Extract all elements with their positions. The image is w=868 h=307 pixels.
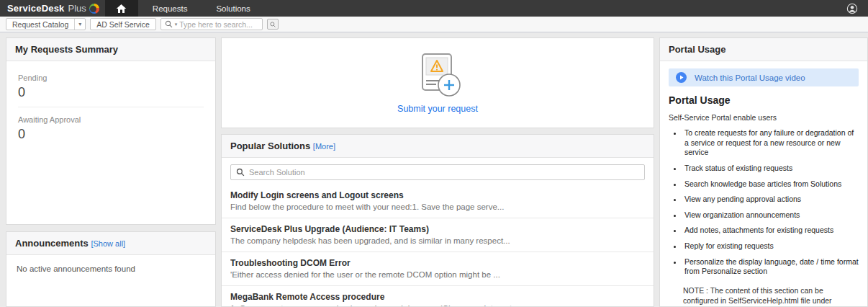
solution-search-box[interactable] [230, 164, 645, 180]
portal-usage-intro: Self-Service Portal enable users [669, 113, 859, 122]
advanced-search-icon[interactable] [267, 19, 279, 30]
topbar-spacer [265, 0, 836, 17]
solution-list: Modify Login screens and Logout screens … [222, 184, 654, 307]
pending-count[interactable]: 0 [18, 85, 204, 100]
pending-label: Pending [18, 74, 204, 82]
solution-item[interactable]: Modify Login screens and Logout screens … [222, 184, 654, 218]
watch-video-banner[interactable]: Watch this Portal Usage video [669, 68, 859, 86]
bracket: ] [333, 142, 335, 151]
global-search-box[interactable]: ▾ [161, 18, 263, 30]
secondary-toolbar: Request Catalog ▾ AD Self Service ▾ [0, 17, 868, 32]
portal-usage-body: Watch this Portal Usage video Portal Usa… [660, 61, 867, 306]
ad-self-service-button[interactable]: AD Self Service [90, 18, 156, 30]
solution-search-row [222, 158, 654, 184]
solution-desc: Find below the procedure to meet with yo… [230, 203, 645, 211]
chevron-down-icon: ▾ [74, 19, 85, 30]
portal-usage-bullet-list: To create requests for any failure or de… [669, 128, 859, 277]
announcements-panel: Announcements [Show all] No active annou… [6, 231, 216, 307]
search-icon [165, 20, 173, 28]
my-requests-summary-panel: My Requests Summary Pending 0 Awaiting A… [6, 37, 216, 225]
logo-text-light: Plus [68, 3, 86, 14]
popular-solutions-panel: Popular Solutions [More] Modify Login sc… [221, 134, 654, 307]
popular-solutions-header: Popular Solutions [More] [222, 135, 654, 158]
solution-item[interactable]: MegaBank Remote Access procedure 1. Open… [222, 286, 654, 307]
bullet-item: Personalize the display language, date /… [683, 257, 859, 277]
solution-title[interactable]: MegaBank Remote Access procedure [230, 292, 645, 302]
right-column: Portal Usage Watch this Portal Usage vid… [659, 37, 868, 307]
popular-solutions-title: Popular Solutions [230, 141, 310, 151]
left-column: My Requests Summary Pending 0 Awaiting A… [6, 37, 216, 307]
more-link[interactable]: More [315, 142, 333, 151]
bullet-item: To create requests for any failure or de… [683, 128, 859, 158]
center-column: Submit your request Popular Solutions [M… [221, 37, 654, 307]
bullet-item: Add notes, attachments for existing requ… [683, 226, 859, 236]
solution-title[interactable]: Modify Login screens and Logout screens [230, 190, 645, 200]
my-requests-summary-title: My Requests Summary [6, 38, 215, 61]
show-all-link[interactable]: Show all [94, 239, 124, 248]
announcements-empty-text: No active announcements found [6, 255, 215, 282]
solution-item[interactable]: Troubleshooting DCOM Error 'Either acces… [222, 252, 654, 286]
portal-usage-note: NOTE : The content of this section can b… [683, 285, 859, 306]
portal-usage-heading: Portal Usage [669, 94, 859, 106]
user-avatar-icon [846, 3, 858, 14]
bracket: ] [123, 239, 125, 248]
home-icon [116, 4, 127, 14]
bullet-item: View any pending approval actions [683, 195, 859, 205]
solution-desc: 1. Open remoteaccess.megabank.com in a w… [230, 304, 645, 307]
play-icon [676, 72, 687, 83]
tab-home[interactable] [105, 0, 138, 17]
bullet-item: Search knowledge base articles from Solu… [683, 179, 859, 190]
portal-usage-panel-title: Portal Usage [660, 38, 867, 61]
announcements-title: Announcements [15, 238, 89, 249]
search-icon [236, 168, 245, 177]
ad-self-service-label: AD Self Service [91, 20, 155, 29]
bullet-item: View organization announcements [683, 210, 859, 221]
solution-desc: The company helpdesk has been upgraded, … [230, 236, 645, 245]
page-content: My Requests Summary Pending 0 Awaiting A… [0, 32, 868, 307]
global-search-input[interactable] [179, 20, 258, 29]
request-catalog-button[interactable]: Request Catalog ▾ [6, 18, 86, 30]
servicedesk-plus-logo: ServiceDesk Plus [0, 0, 105, 17]
awaiting-approval-label: Awaiting Approval [18, 115, 204, 124]
request-catalog-label: Request Catalog [6, 20, 74, 29]
submit-your-request-link[interactable]: Submit your request [397, 104, 478, 114]
top-bar: ServiceDesk Plus Requests Solutions [0, 0, 868, 17]
portal-usage-panel: Portal Usage Watch this Portal Usage vid… [659, 37, 868, 307]
announcements-header: Announcements [Show all] [6, 232, 215, 255]
summary-item-pending[interactable]: Pending 0 [18, 66, 204, 107]
search-scope-caret-icon[interactable]: ▾ [175, 22, 178, 27]
logo-swoosh-icon [89, 4, 99, 14]
submit-request-icon [410, 52, 466, 99]
solution-search-input[interactable] [249, 168, 639, 177]
user-menu-button[interactable] [836, 0, 868, 17]
bullet-item: Track status of existing requests [683, 164, 859, 174]
submit-request-card[interactable]: Submit your request [221, 37, 654, 128]
nav-solutions[interactable]: Solutions [202, 0, 264, 17]
solution-title[interactable]: Troubleshooting DCOM Error [230, 258, 645, 268]
my-requests-summary-body: Pending 0 Awaiting Approval 0 [6, 61, 215, 153]
solution-desc: 'Either access denied for the user or th… [230, 270, 645, 279]
awaiting-approval-count[interactable]: 0 [18, 127, 204, 142]
watch-video-link[interactable]: Watch this Portal Usage video [695, 74, 805, 82]
logo-text-bold: ServiceDesk [7, 3, 65, 14]
bullet-item: Reply for existing requests [683, 241, 859, 252]
solution-title[interactable]: ServiceDesk Plus Upgrade (Audience: IT T… [230, 224, 645, 234]
nav-requests[interactable]: Requests [138, 0, 202, 17]
solution-item[interactable]: ServiceDesk Plus Upgrade (Audience: IT T… [222, 218, 654, 252]
summary-item-awaiting-approval[interactable]: Awaiting Approval 0 [18, 107, 204, 148]
